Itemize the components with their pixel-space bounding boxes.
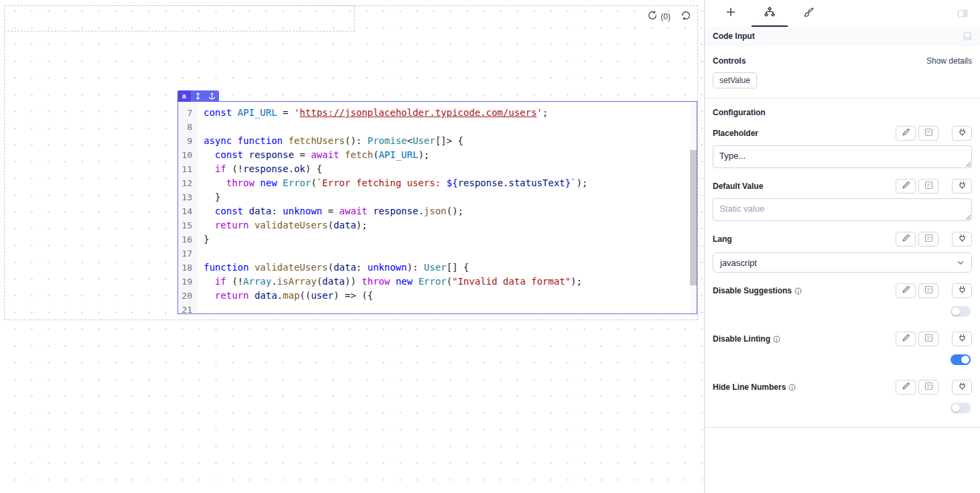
component-title: Code Input <box>713 31 755 41</box>
placeholder-input[interactable] <box>713 145 972 168</box>
line-number: 14 <box>178 204 198 218</box>
move-icon[interactable] <box>191 90 205 102</box>
line-number: 18 <box>178 261 198 275</box>
line-number: 10 <box>178 148 198 162</box>
components-icon <box>764 6 776 21</box>
add-icon <box>725 7 736 20</box>
component-handle[interactable]: a <box>178 90 219 102</box>
code-line-text: } <box>198 232 209 246</box>
code-line: 8 <box>178 120 697 134</box>
recompute-button[interactable] <box>681 11 691 22</box>
edit-static-button[interactable] <box>896 332 916 346</box>
code-input-component[interactable]: a 67const API_URL = 'https://jsonplaceho… <box>178 101 697 314</box>
code-line-text <box>198 303 204 313</box>
field-actions <box>896 332 972 346</box>
code-line: 11 if (!response.ok) { <box>178 162 697 176</box>
expression-icon <box>924 382 933 393</box>
line-number: 12 <box>178 176 198 190</box>
expression-button[interactable] <box>918 126 938 141</box>
sync-count-button[interactable]: (0) <box>648 11 671 22</box>
edit-icon <box>902 334 910 344</box>
code-line-text: function validateUsers(data: unknown): U… <box>198 261 469 275</box>
field-actions <box>896 380 972 395</box>
editor-scrollbar[interactable] <box>690 102 697 313</box>
lang-select[interactable]: javascript <box>713 253 972 273</box>
config-field-default-value: Default Value <box>713 178 972 221</box>
line-number: 7 <box>178 106 198 120</box>
tab-style[interactable] <box>789 0 828 27</box>
code-lines: 67const API_URL = 'https://jsonplacehold… <box>178 102 697 313</box>
disable-linting-toggle[interactable] <box>951 354 971 365</box>
code-line: 13 } <box>178 190 697 204</box>
connect-plug-button[interactable] <box>952 283 972 298</box>
connect-plug-button[interactable] <box>952 126 972 141</box>
expression-button[interactable] <box>918 332 938 346</box>
expression-button[interactable] <box>918 232 938 246</box>
canvas[interactable]: (0) a 67const API_URL = 'https://jsonpla… <box>0 0 705 493</box>
default-value-input[interactable] <box>713 198 972 221</box>
field-actions <box>896 232 972 246</box>
expression-button[interactable] <box>918 179 938 194</box>
code-line-text: const response = await fetch(API_URL); <box>198 148 429 162</box>
field-label: Disable Suggestions <box>713 286 802 295</box>
code-line-text: const data: unknown = await response.jso… <box>198 204 464 218</box>
plug-icon <box>958 285 967 296</box>
code-line-text: if (!Array.isArray(data)) throw new Erro… <box>198 275 582 289</box>
disable-suggestions-toggle[interactable] <box>951 306 971 317</box>
tab-insert[interactable] <box>711 0 750 27</box>
code-line-text: async function fetchUsers(): Promise<Use… <box>198 134 464 148</box>
edit-icon <box>902 234 910 244</box>
panel-toggle-icon[interactable] <box>957 0 973 27</box>
line-number: 19 <box>178 275 198 289</box>
edit-icon <box>902 181 910 192</box>
expression-icon <box>924 128 933 139</box>
scrollbar-thumb[interactable] <box>690 150 697 285</box>
line-number: 17 <box>178 246 198 261</box>
anchor-icon[interactable] <box>205 90 219 102</box>
docs-icon[interactable] <box>963 31 972 41</box>
code-editor[interactable]: 67const API_URL = 'https://jsonplacehold… <box>178 102 697 313</box>
code-line: 9async function fetchUsers(): Promise<Us… <box>178 134 697 148</box>
field-label: Disable Linting <box>713 334 780 344</box>
code-line-text <box>198 246 204 261</box>
toggle-knob <box>952 404 960 412</box>
edit-static-button[interactable] <box>896 380 916 395</box>
field-label: Lang <box>713 234 732 244</box>
info-icon <box>788 384 796 391</box>
config-field-disable-suggestions: Disable Suggestions <box>713 283 972 317</box>
field-label: Default Value <box>713 182 763 191</box>
controls-title: Controls <box>713 56 746 66</box>
connect-plug-button[interactable] <box>952 232 972 246</box>
edit-static-button[interactable] <box>896 179 916 194</box>
expression-button[interactable] <box>918 380 938 395</box>
connect-plug-button[interactable] <box>952 380 972 395</box>
expression-button[interactable] <box>918 283 938 298</box>
tab-components[interactable] <box>750 0 789 27</box>
component-header: Code Input <box>705 27 980 46</box>
panel-tabs <box>705 0 980 27</box>
show-details-link[interactable]: Show details <box>926 56 972 66</box>
edit-icon <box>902 128 910 139</box>
toggle-knob <box>952 307 960 315</box>
line-number: 16 <box>178 232 198 246</box>
expression-icon <box>924 334 933 344</box>
config-field-hide-line-numbers: Hide Line Numbers <box>713 379 972 413</box>
code-line-text: return data.map((user) => ({ <box>198 289 373 303</box>
edit-static-button[interactable] <box>896 232 916 246</box>
field-label: Placeholder <box>713 129 758 138</box>
edit-static-button[interactable] <box>896 126 916 141</box>
code-line: 7const API_URL = 'https://jsonplaceholde… <box>178 106 697 120</box>
edit-static-button[interactable] <box>896 283 916 298</box>
connect-plug-button[interactable] <box>952 332 972 346</box>
component-id: a <box>178 90 191 102</box>
config-field-disable-linting: Disable Linting <box>713 331 972 365</box>
connect-plug-button[interactable] <box>952 179 972 194</box>
code-line-text: return validateUsers(data); <box>198 218 367 232</box>
hide-line-numbers-toggle[interactable] <box>951 403 971 413</box>
field-actions <box>896 126 972 141</box>
divider <box>705 98 980 98</box>
field-actions <box>896 179 972 194</box>
plug-icon <box>958 181 967 192</box>
code-line-text <box>198 120 204 134</box>
setvalue-button[interactable]: setValue <box>713 72 757 88</box>
